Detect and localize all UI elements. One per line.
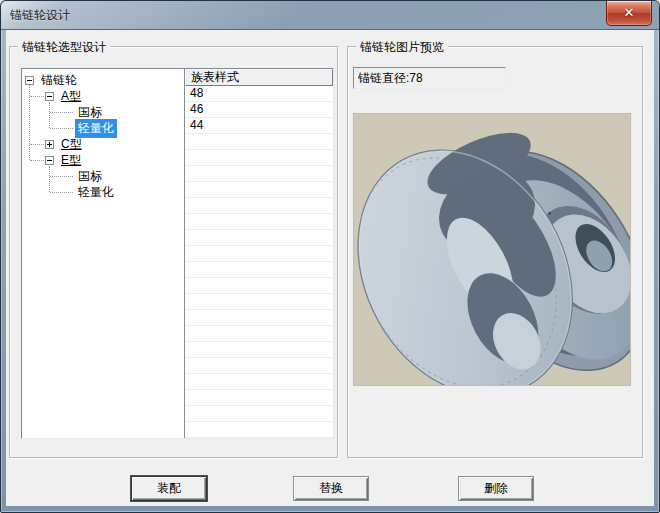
title-bar[interactable]: 锚链轮设计 ✕ [1, 1, 659, 30]
window-title: 锚链轮设计 [10, 7, 70, 24]
chain-diameter-field[interactable] [353, 67, 506, 89]
preview-image [353, 113, 631, 386]
list-row[interactable]: 48 [185, 86, 333, 102]
replace-button[interactable]: 替换 [293, 476, 369, 501]
list-body: 48 46 44 [185, 86, 333, 438]
collapse-icon[interactable] [25, 76, 34, 85]
preview-groupbox-title: 锚链轮图片预览 [356, 39, 448, 56]
chain-wheel-render [354, 114, 630, 385]
expand-icon[interactable] [45, 140, 54, 149]
list-header-label: 族表样式 [191, 70, 239, 84]
family-table-list: 族表样式 48 46 44 [184, 69, 333, 438]
tree-list-panel: 锚链轮 A型 国标 轻量化 C型 E型 [21, 68, 334, 439]
delete-button[interactable]: 删除 [458, 476, 534, 501]
collapse-icon[interactable] [45, 156, 54, 165]
dialog-client-area: 锚链轮选型设计 锚链轮 [6, 30, 654, 506]
close-button[interactable]: ✕ [606, 1, 652, 26]
tree-item-label: 轻量化 [75, 183, 117, 202]
tree-item-a-lightweight-selected[interactable]: 轻量化 [22, 120, 182, 136]
list-column-header[interactable]: 族表样式 [185, 69, 333, 86]
list-row[interactable]: 46 [185, 102, 333, 118]
dialog-window: 锚链轮设计 ✕ 锚链轮选型设计 [0, 0, 660, 513]
assemble-button[interactable]: 装配 [131, 476, 207, 501]
tree-item-e-lightweight[interactable]: 轻量化 [22, 184, 182, 200]
collapse-icon[interactable] [45, 92, 54, 101]
selection-groupbox-title: 锚链轮选型设计 [18, 39, 110, 56]
type-tree: 锚链轮 A型 国标 轻量化 C型 E型 [22, 69, 184, 438]
list-row[interactable]: 44 [185, 118, 333, 134]
tree-item-root[interactable]: 锚链轮 [22, 72, 182, 88]
close-icon: ✕ [624, 5, 635, 20]
tree-item-c-type[interactable]: C型 [22, 136, 182, 152]
